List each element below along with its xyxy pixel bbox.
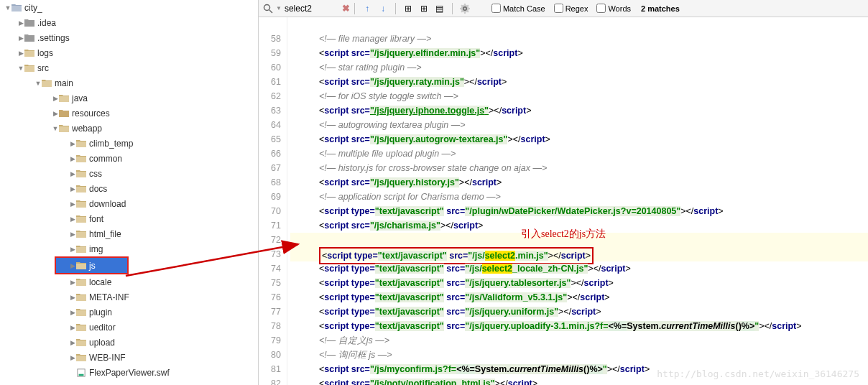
clear-search-icon[interactable]: ✖ [342,3,350,14]
tree-label: .idea [37,18,56,28]
tree-item-upload[interactable]: ▶upload [0,335,258,350]
next-match-button[interactable]: ↓ [377,2,389,15]
expand-icon[interactable]: ▶ [17,34,24,42]
tree-item-src[interactable]: ▼src [0,60,258,75]
tree-item-web-inf[interactable]: ▶WEB-INF [0,350,258,365]
tree-item--idea[interactable]: ▶.idea [0,15,258,30]
expand-icon[interactable]: ▶ [52,95,59,102]
tree-label: img [89,244,103,254]
line-number: 76 [259,290,281,305]
expand-icon[interactable]: ▶ [69,140,76,147]
tree-item-climb-temp[interactable]: ▶climb_temp [0,136,258,151]
tree-item-font[interactable]: ▶font [0,211,258,226]
tree-label: css [89,169,102,179]
expand-icon[interactable]: ▶ [69,215,76,223]
line-number: 70 [259,204,281,218]
folder-icon [24,63,34,73]
tree-label: html_file [89,229,121,239]
line-number: 78 [259,319,281,333]
expand-icon[interactable]: ▶ [69,262,76,269]
tree-item-webapp[interactable]: ▼webapp [0,121,258,136]
expand-icon[interactable]: ▶ [69,200,76,208]
annotation-label: 引入select2的js方法 [521,228,606,241]
tree-label: upload [89,338,115,348]
words-checkbox[interactable]: Words [596,4,631,13]
tree-item-logs[interactable]: ▶logs [0,45,258,60]
tree-item-css[interactable]: ▶css [0,166,258,181]
tree-label: common [89,154,122,164]
tree-item-docs[interactable]: ▶docs [0,181,258,196]
tree-item-plugin[interactable]: ▶plugin [0,305,258,320]
expand-icon[interactable]: ▶ [69,170,76,177]
watermark: http://blog.csdn.net/weixin_36146275 [657,368,859,379]
project-tree[interactable]: ▼ city_ ▶.idea▶.settings▶logs▼src▼main▶j… [0,0,259,385]
folder-icon [76,214,86,224]
tree-item-flexpaperviewer-swf[interactable]: FlexPaperViewer.swf [0,365,258,380]
expand-icon[interactable]: ▶ [69,294,76,301]
gear-icon[interactable] [458,2,471,15]
expand-icon[interactable]: ▶ [69,309,76,316]
expand-icon[interactable]: ▼ [34,80,42,87]
prev-match-button[interactable]: ↑ [361,2,374,15]
match-case-checkbox[interactable]: Match Case [491,4,545,13]
tree-item-html-file[interactable]: ▶html_file [0,226,258,241]
tree-item--settings[interactable]: ▶.settings [0,30,258,45]
expand-icon[interactable]: ▶ [69,324,76,331]
tree-label: webapp [72,124,102,134]
tree-label: locale [89,277,111,287]
tree-label: climb_temp [89,139,133,149]
expand-icon[interactable]: ▶ [69,155,76,162]
tree-label: font [89,214,103,224]
tree-label: city_ [24,3,42,13]
search-input[interactable] [285,4,342,14]
select-all-icon[interactable]: ⊞ [417,2,430,15]
search-dropdown-icon[interactable]: ▼ [276,5,282,11]
file-icon [76,368,86,378]
tree-label: docs [89,184,107,194]
tree-item-download[interactable]: ▶download [0,196,258,211]
line-number [259,17,281,32]
regex-checkbox[interactable]: Regex [554,4,588,13]
line-number: 64 [259,118,281,132]
expand-icon[interactable]: ▶ [69,231,76,238]
expand-icon[interactable]: ▶ [17,19,24,27]
tree-item-ueditor[interactable]: ▶ueditor [0,320,258,335]
svg-rect-1 [79,374,84,376]
add-selection-icon[interactable]: ⊞ [402,2,415,15]
line-number: 79 [259,333,281,348]
tree-item-locale[interactable]: ▶locale [0,274,258,289]
tree-item-main[interactable]: ▼main [0,75,258,91]
expand-icon[interactable]: ▶ [69,246,76,253]
expand-icon[interactable]: ▶ [69,339,76,346]
tree-item-js[interactable]: ▶js [56,258,127,273]
expand-icon[interactable]: ▼ [4,4,11,11]
line-number: 60 [259,60,281,75]
tree-item-meta-inf[interactable]: ▶META-INF [0,289,258,305]
tree-item-img[interactable]: ▶img [0,241,258,256]
expand-icon[interactable]: ▶ [17,50,24,57]
line-number: 75 [259,276,281,290]
tree-item-resources[interactable]: ▶resources [0,106,258,121]
tree-root[interactable]: ▼ city_ [0,0,258,15]
code-editor[interactable]: 5859606162636465666768697071727374757677… [259,17,868,385]
svg-line-3 [269,10,272,13]
tree-item-java[interactable]: ▶java [0,91,258,106]
folder-icon [76,323,86,333]
tree-label: java [72,93,88,103]
folder-icon [76,338,86,348]
folder-icon [59,108,69,119]
tree-label: logs [37,48,53,58]
line-number: 74 [259,261,281,276]
filter-icon[interactable]: ▤ [433,2,446,15]
folder-icon [76,277,86,287]
expand-icon[interactable]: ▶ [69,279,76,286]
expand-icon[interactable]: ▼ [52,125,59,132]
tree-label: WEB-INF [89,353,126,363]
line-number: 67 [259,161,281,175]
expand-icon[interactable]: ▶ [52,110,59,117]
expand-icon[interactable]: ▼ [17,65,24,72]
tree-item-common[interactable]: ▶common [0,151,258,166]
folder-icon [76,169,86,179]
expand-icon[interactable]: ▶ [69,185,76,192]
expand-icon[interactable]: ▶ [69,354,76,361]
